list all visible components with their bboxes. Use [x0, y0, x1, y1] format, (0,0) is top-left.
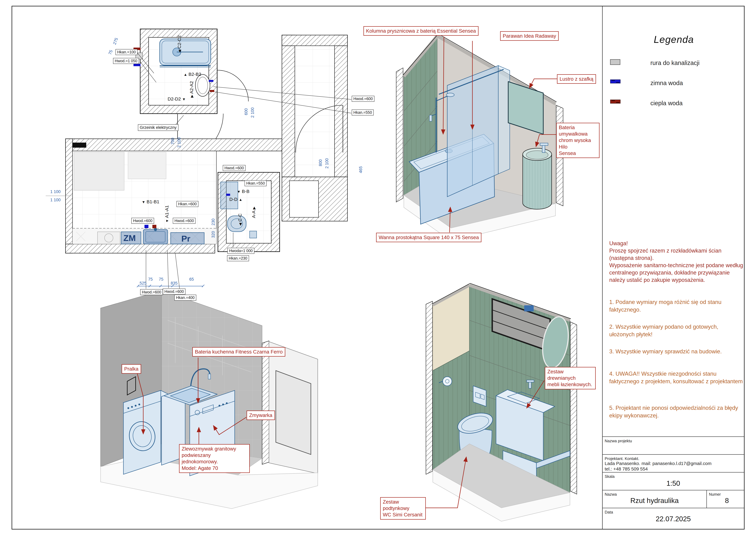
section-marker: D-D ▲	[230, 197, 242, 202]
section-marker: ▼ B1-B1	[142, 199, 159, 204]
designer-label: Projektant. Kontakt.	[605, 456, 639, 461]
dimension: 800	[318, 159, 323, 166]
date-label: Data	[605, 510, 613, 515]
label-shower-column: Kolumna prysznicowa z baterią Essential …	[364, 26, 478, 36]
height-box: Hkan.=550	[245, 180, 266, 186]
note-item-4: 4. UWAGA!! Wszystkie niezgodności stanu …	[609, 370, 743, 385]
dimension: 835	[171, 281, 177, 286]
height-box: Hwod.=600	[223, 165, 246, 171]
dishwasher-plan-label: ZM	[123, 233, 136, 243]
designer-contact: Lada Panasenko. mail: panasenko.l.d17@gm…	[605, 461, 712, 466]
legend-swatches	[609, 56, 627, 107]
section-marker: ▶ A2-A2	[189, 81, 194, 98]
height-box: Hkan.=100	[116, 49, 137, 55]
height-box: Hkan.=600	[176, 201, 199, 207]
number-label: Numer	[709, 492, 721, 497]
label-wc-frame: Zestaw podtynkowy WC Simi Cersanit	[380, 497, 426, 520]
dimension: 2 100	[177, 137, 181, 148]
dimension: 465	[359, 166, 363, 173]
designer-phone: tel.: +48 785 509 554	[605, 466, 648, 471]
legend-title: Legenda	[654, 34, 694, 45]
height-box: Hkan.=550	[352, 109, 374, 115]
height-box: Hwoda=1 000	[228, 248, 254, 254]
height-box: Hwod.=600	[163, 289, 185, 295]
dimension: 700	[170, 138, 175, 145]
section-marker: D2-D2 ▼	[168, 97, 186, 101]
height-box: Hwod.=1 050	[113, 58, 139, 64]
note-item-3: 3. Wszystkie wymiary sprawdzić na budowi…	[609, 348, 743, 355]
section-marker: A-A ▶	[251, 207, 256, 218]
washer-plan-label: Pr	[181, 234, 190, 243]
height-box: Hwod.=600	[352, 96, 374, 102]
note-item-5: 5. Projektant nie ponosi odpowiedzialnoś…	[609, 404, 743, 419]
label-bathroom-furniture: Zestaw drewnianych mebli łazienkowych.	[545, 367, 596, 389]
dimension: 1 100	[50, 198, 61, 202]
label-basin-faucet: Bateria umywalkowa chrom wysoka Hilo Sen…	[556, 123, 600, 158]
height-box: Hwod.=600	[173, 218, 196, 224]
drawing-number: 8	[725, 496, 729, 505]
note-item-1: 1. Podane wymiary moga różnić się od sta…	[609, 298, 743, 314]
pipe-swatch-icon	[610, 60, 620, 65]
height-box: Hwod.=600	[140, 289, 163, 295]
dimension: 75	[159, 277, 163, 282]
dimension: 2 100	[325, 158, 329, 169]
project-name-label: Nazwa projektu	[605, 438, 632, 443]
hot-water-swatch-icon	[610, 100, 620, 103]
drawing-sheet: ◀ C2-C2 ▲ B2-B2 ▶ A2-A2 D2-D2 ▼ ▼ B1-B1 …	[0, 0, 756, 535]
section-marker: ◀ C-C	[237, 213, 243, 226]
scale-value: 1:50	[666, 479, 680, 488]
legend-item-cold: zimna woda	[650, 80, 683, 86]
dimension: 600	[244, 108, 249, 115]
dimension: 1 100	[50, 189, 61, 194]
name-label: Nazwa	[605, 492, 617, 497]
section-marker: ▼ A1-A1	[164, 205, 170, 223]
dimension: 525	[140, 281, 147, 286]
label-bathtub: Wanna prostokątna Square 140 x 75 Sensea	[376, 233, 481, 242]
dimension: 230	[211, 218, 216, 225]
height-box: Hkan.=230	[227, 255, 249, 261]
dimension: 2 100	[250, 107, 255, 118]
label-shower-screen: Parawan Idea Radaway	[500, 31, 559, 41]
drawing-name: Rzut hydraulika	[630, 496, 679, 505]
height-box: Hkan.=400	[174, 295, 196, 300]
section-marker: ◀ C2-C2	[177, 35, 182, 53]
dimension: 75	[148, 277, 153, 282]
label-kitchen-sink: Zlewozmywak granitowy podwieszany jednok…	[179, 444, 250, 473]
notes-warning: Uwaga! Proszę spojrzeć razem z rozkładów…	[609, 240, 746, 284]
note-item-2: 2. Wszystkie wymiary podano od gotowych,…	[609, 323, 743, 338]
label-dishwasher: Zmywarka	[247, 410, 275, 420]
cold-water-swatch-icon	[610, 80, 620, 83]
section-marker: ▼ B-B	[237, 189, 250, 194]
label-kitchen-faucet: Bateria kuchenna Fitness Czarna Ferro	[192, 347, 285, 356]
scale-label: Skala	[605, 474, 615, 479]
legend-item-pipe: rura do kanalizacji	[650, 60, 699, 66]
drawing-date: 22.07.2025	[656, 515, 691, 523]
height-box: Hwod.=600	[131, 218, 154, 224]
radiator-label: Grzeinik elektryczny	[138, 124, 178, 131]
section-marker: ▲ B2-B2	[184, 72, 201, 77]
label-mirror-cabinet: Lustro z szafką	[557, 74, 596, 84]
dimension: 320	[211, 231, 216, 238]
label-washing-machine: Pralka	[122, 364, 141, 374]
legend-item-hot: ciepla woda	[650, 100, 683, 107]
dimension: 65	[189, 277, 194, 282]
